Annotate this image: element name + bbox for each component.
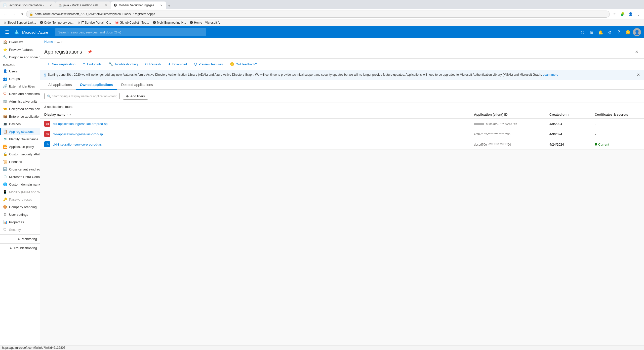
extension-puzzle-icon[interactable]: 🧩 xyxy=(619,11,626,18)
feedback-icon[interactable]: 😊 xyxy=(624,28,632,36)
panel-close-icon[interactable]: ✕ xyxy=(633,48,640,55)
bookmark-icon[interactable]: ☆ xyxy=(611,11,618,18)
hamburger-icon[interactable]: ☰ xyxy=(3,27,11,37)
sidebar-item-identity-governance[interactable]: ⚖ Identity Governance xyxy=(0,135,40,143)
endpoints-button[interactable]: ⊙ Endpoints xyxy=(80,61,104,67)
sidebar-item-properties[interactable]: 📊 Properties xyxy=(0,218,40,226)
reload-button[interactable]: ↻ xyxy=(18,11,25,18)
new-registration-button[interactable]: ＋ New registration xyxy=(44,61,78,68)
directory-icon[interactable]: ⊞ xyxy=(588,28,596,36)
sidebar-item-app-proxy[interactable]: 🔀 Application proxy xyxy=(0,143,40,150)
table-row[interactable]: dk dki-application-ingress-iac-preprod-s… xyxy=(40,119,644,129)
tab-2-favicon: ☕ xyxy=(58,4,62,7)
avatar[interactable]: 👤 xyxy=(633,28,641,36)
sidebar-item-admin-units[interactable]: 🏢 Administrative units xyxy=(0,98,40,105)
sidebar-item-user-settings[interactable]: ⚙ User settings xyxy=(0,211,40,218)
sidebar-item-roles[interactable]: 🛡 Roles and administrators xyxy=(0,90,40,98)
sidebar-item-preview[interactable]: ⭐ Preview features xyxy=(0,46,40,53)
tab-1-close[interactable]: ✕ xyxy=(49,3,52,8)
settings-icon[interactable]: ⚙ xyxy=(606,28,614,36)
sidebar-item-password-reset[interactable]: 🔑 Password reset xyxy=(0,196,40,203)
sidebar-item-app-registrations[interactable]: 📋 App registrations xyxy=(0,128,40,135)
tab-2-close[interactable]: ✕ xyxy=(104,3,108,8)
sidebar-item-groups[interactable]: 👥 Groups xyxy=(0,75,40,82)
sidebar-item-password-label: Password reset xyxy=(9,198,32,201)
browser-chrome: 📄 Technical Documentation - Sie... ✕ ☕ j… xyxy=(0,0,644,26)
sidebar-item-overview[interactable]: 🏠 Overview xyxy=(0,38,40,46)
sidebar-monitoring-group[interactable]: ▶ Monitoring xyxy=(0,236,40,242)
bookmark-5[interactable]: 🅜 Mobi Engineering H... xyxy=(151,20,187,25)
bookmark-6-favicon: 🅜 xyxy=(190,21,193,24)
address-bar[interactable]: 🔒 portal.azure.com/#view/Microsoft_AAD_I… xyxy=(26,11,610,18)
sidebar-item-entra-connect[interactable]: ⬡ Microsoft Entra Connect xyxy=(0,173,40,181)
search-input[interactable] xyxy=(55,28,206,36)
app-id-cell-2: ec9ac1d2-**** **** **** **0b xyxy=(474,132,549,136)
tab-2[interactable]: ☕ java - Mock a method call cal... ✕ xyxy=(55,2,111,9)
bookmark-2[interactable]: 🅜 Order Temporary Lo... xyxy=(38,20,75,25)
filter-input[interactable] xyxy=(52,94,117,98)
bookmark-1[interactable]: ⚙ Siebel Support Link... xyxy=(2,20,37,25)
help-icon-name[interactable]: ? xyxy=(69,113,71,116)
sidebar-item-users[interactable]: 👤 Users xyxy=(0,67,40,75)
ellipsis-icon[interactable]: ··· xyxy=(94,48,101,55)
tab-deleted-applications[interactable]: Deleted applications xyxy=(117,80,157,90)
app-link-3[interactable]: dki-integration-service-preprod-as xyxy=(53,143,102,146)
sidebar-troubleshoot-group[interactable]: ▶ Troubleshooting xyxy=(0,245,40,251)
pin-icon[interactable]: 📌 xyxy=(86,48,93,55)
sidebar-item-cross-tenant[interactable]: 🔄 Cross-tenant synchronization xyxy=(0,165,40,173)
download-button[interactable]: ⬇ Download xyxy=(165,61,189,67)
filter-input-wrapper[interactable]: 🔍 xyxy=(44,93,120,99)
tab-1[interactable]: 📄 Technical Documentation - Sie... ✕ xyxy=(0,2,55,9)
help-icon[interactable]: ? xyxy=(615,28,623,36)
preview-features-button[interactable]: ⬡ Preview features xyxy=(191,61,225,67)
sidebar-item-licenses[interactable]: 📜 Licenses xyxy=(0,158,40,165)
overview-icon: 🏠 xyxy=(3,40,7,44)
bookmark-5-title: Mobi Engineering H... xyxy=(157,21,186,24)
bookmark-6[interactable]: 🅜 Home - Microsoft A... xyxy=(188,20,224,25)
endpoints-icon: ⊙ xyxy=(83,62,86,66)
browser-menu-icon[interactable]: ⋮ xyxy=(635,11,642,18)
bookmark-4[interactable]: 🐙 Github Copilot - Tea... xyxy=(113,20,150,25)
azure-search-box[interactable] xyxy=(55,28,206,36)
sidebar-item-company-branding[interactable]: 🎨 Company branding xyxy=(0,203,40,211)
toolbar: ＋ New registration ⊙ Endpoints 🔧 Trouble… xyxy=(40,59,644,70)
sidebar-item-enterprise-apps[interactable]: 📦 Enterprise applications xyxy=(0,113,40,120)
sidebar-item-diagnose[interactable]: 🔧 Diagnose and solve problems xyxy=(0,53,40,61)
table-row[interactable]: dk dki-application-ingress-iac-prod-sp e… xyxy=(40,129,644,139)
bookmark-3[interactable]: ⚙ IT Service Portal - C... xyxy=(76,20,112,25)
app-link-2[interactable]: dki-application-ingress-iac-prod-sp xyxy=(53,132,103,136)
bookmark-4-title: Github Copilot - Tea... xyxy=(120,21,149,24)
azure-logo-text: Microsoft Azure xyxy=(22,30,48,34)
devices-icon: 💻 xyxy=(3,122,7,126)
url-text: portal.azure.com/#view/Microsoft_AAD_IAM… xyxy=(35,12,607,16)
breadcrumb-home[interactable]: Home xyxy=(44,40,53,43)
back-button[interactable]: ← xyxy=(2,11,9,18)
sidebar-item-security[interactable]: 🛡 Security xyxy=(0,226,40,233)
new-tab-button[interactable]: + xyxy=(166,3,172,9)
info-learn-more-link[interactable]: Learn more xyxy=(543,73,558,76)
tab-owned-applications[interactable]: Owned applications xyxy=(76,80,117,90)
sidebar-item-custom-domains[interactable]: 🌐 Custom domain names xyxy=(0,181,40,188)
troubleshooting-button[interactable]: 🔧 Troubleshooting xyxy=(106,61,140,67)
sidebar-item-external-identities[interactable]: 🔗 External identities xyxy=(0,82,40,90)
tab-all-applications[interactable]: All applications xyxy=(44,80,76,90)
feedback-button[interactable]: 😊 Got feedback? xyxy=(227,61,260,67)
app-link-1[interactable]: dki-application-ingress-iac-preprod-sp xyxy=(53,122,107,126)
profile-icon[interactable]: 👤 xyxy=(627,11,634,18)
sort-icon-name[interactable]: ↑ xyxy=(66,113,68,116)
sidebar-item-mobility[interactable]: 📱 Mobility (MDM and WIP) xyxy=(0,188,40,196)
notifications-icon[interactable]: 🔔 xyxy=(597,28,605,36)
tab-3[interactable]: 🅜 Mobiliar Versicherungsgesells... ✕ xyxy=(111,2,166,9)
cloud-shell-icon[interactable]: ⬡ xyxy=(579,28,587,36)
info-close-icon[interactable]: ✕ xyxy=(637,72,640,77)
sidebar-item-delegated-admins[interactable]: 🤝 Delegated admin partners xyxy=(0,105,40,113)
app-name-cell-2: dk dki-application-ingress-iac-prod-sp xyxy=(44,131,474,137)
add-filters-button[interactable]: ⊕ Add filters xyxy=(123,93,148,100)
sort-icon-created[interactable]: ↕ xyxy=(568,113,569,116)
forward-button[interactable]: → xyxy=(10,11,17,18)
sidebar-item-custom-security[interactable]: 🔒 Custom security attributes xyxy=(0,150,40,158)
tab-3-close[interactable]: ✕ xyxy=(160,3,163,8)
sidebar-item-devices[interactable]: 💻 Devices xyxy=(0,120,40,128)
table-row[interactable]: dk dki-integration-service-preprod-as dc… xyxy=(40,139,644,150)
refresh-button[interactable]: ↻ Refresh xyxy=(142,61,164,67)
